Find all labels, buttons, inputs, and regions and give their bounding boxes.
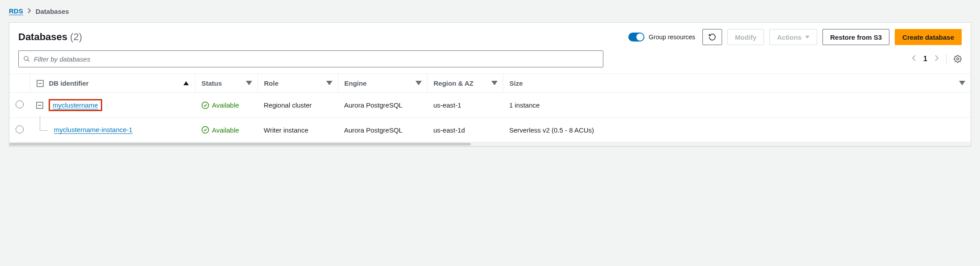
col-identifier[interactable]: DB identifier <box>30 74 195 93</box>
col-size[interactable]: Size <box>503 74 971 93</box>
settings-button[interactable] <box>954 55 962 63</box>
row-select-radio[interactable] <box>16 125 24 133</box>
col-status[interactable]: Status <box>195 74 257 93</box>
collapse-all-icon[interactable] <box>37 80 44 87</box>
group-resources-toggle[interactable] <box>628 33 644 42</box>
role-cell: Writer instance <box>257 118 338 142</box>
db-identifier-link[interactable]: myclustername <box>53 101 98 109</box>
db-identifier-link[interactable]: myclustername-instance-1 <box>54 126 133 134</box>
svg-line-1 <box>28 60 29 62</box>
table-wrap: DB identifier Status <box>9 74 971 142</box>
role-cell: Regional cluster <box>257 93 338 118</box>
engine-cell: Aurora PostgreSQL <box>338 118 427 142</box>
status-text: Available <box>212 126 239 134</box>
create-label: Create database <box>902 33 954 41</box>
filter-icon <box>327 82 332 85</box>
actions-label: Actions <box>777 33 801 41</box>
refresh-button[interactable] <box>702 29 722 45</box>
pager-page: 1 <box>923 55 927 63</box>
page-title: Databases (2) <box>18 31 82 43</box>
create-database-button[interactable]: Create database <box>895 29 962 45</box>
status-badge: Available <box>201 126 251 134</box>
restore-label: Restore from S3 <box>830 33 882 41</box>
col-engine-label: Engine <box>345 79 367 87</box>
group-resources-label: Group resources <box>649 33 695 41</box>
highlight-box: myclustername <box>49 99 102 111</box>
databases-table: DB identifier Status <box>9 74 971 142</box>
col-role[interactable]: Role <box>257 74 338 93</box>
status-badge: Available <box>201 101 251 109</box>
group-resources-toggle-wrap: Group resources <box>628 33 695 42</box>
region-cell: us-east-1 <box>427 93 503 118</box>
header-actions: Group resources Modify Actions Restore f… <box>628 29 962 45</box>
pager-next <box>934 54 939 64</box>
breadcrumb-current: Databases <box>36 8 69 15</box>
col-region[interactable]: Region & AZ <box>427 74 503 93</box>
refresh-icon <box>708 33 716 41</box>
table-row: myclustername-instance-1 Available Write… <box>9 118 971 142</box>
restore-from-s3-button[interactable]: Restore from S3 <box>822 29 889 45</box>
svg-point-4 <box>202 127 209 133</box>
chevron-right-icon <box>28 7 31 15</box>
panel-header: Databases (2) Group resources Modify Act… <box>9 23 971 50</box>
check-circle-icon <box>201 126 209 134</box>
col-role-label: Role <box>264 79 279 87</box>
title-text: Databases <box>18 31 67 43</box>
databases-panel: Databases (2) Group resources Modify Act… <box>9 22 971 146</box>
sort-asc-icon <box>183 81 189 85</box>
size-cell: 1 instance <box>503 93 971 118</box>
col-size-label: Size <box>510 79 523 87</box>
gear-icon <box>954 55 962 63</box>
pager: 1 <box>912 54 962 64</box>
collapse-icon[interactable] <box>36 102 43 109</box>
col-engine[interactable]: Engine <box>338 74 427 93</box>
title-count: (2) <box>70 31 82 43</box>
svg-point-0 <box>24 56 28 60</box>
svg-point-2 <box>957 58 959 60</box>
col-region-label: Region & AZ <box>434 79 473 87</box>
modify-label: Modify <box>735 33 756 41</box>
size-cell: Serverless v2 (0.5 - 8 ACUs) <box>503 118 971 142</box>
caret-down-icon <box>805 36 810 38</box>
filter-icon <box>416 82 421 85</box>
svg-point-3 <box>202 102 209 108</box>
region-cell: us-east-1d <box>427 118 503 142</box>
pager-prev <box>912 54 916 64</box>
breadcrumb-root-link[interactable]: RDS <box>9 7 23 15</box>
col-status-label: Status <box>202 79 222 87</box>
check-circle-icon <box>201 101 209 109</box>
actions-button: Actions <box>769 29 817 45</box>
col-select <box>9 74 30 93</box>
tree-line-icon <box>36 124 49 136</box>
engine-cell: Aurora PostgreSQL <box>338 93 427 118</box>
row-select-radio[interactable] <box>16 100 24 108</box>
horizontal-scrollbar[interactable] <box>9 142 971 146</box>
filter-input-wrap[interactable] <box>18 50 603 67</box>
filter-input[interactable] <box>34 55 598 63</box>
filter-row: 1 <box>9 50 971 74</box>
breadcrumb: RDS Databases <box>9 7 971 15</box>
col-identifier-label: DB identifier <box>49 79 89 87</box>
modify-button: Modify <box>727 29 764 45</box>
filter-icon <box>247 82 251 85</box>
status-text: Available <box>212 101 239 109</box>
filter-icon <box>960 82 964 85</box>
table-row: myclustername Available Regional cluster… <box>9 93 971 118</box>
divider <box>946 54 947 64</box>
search-icon <box>23 55 30 62</box>
filter-icon <box>492 82 497 85</box>
